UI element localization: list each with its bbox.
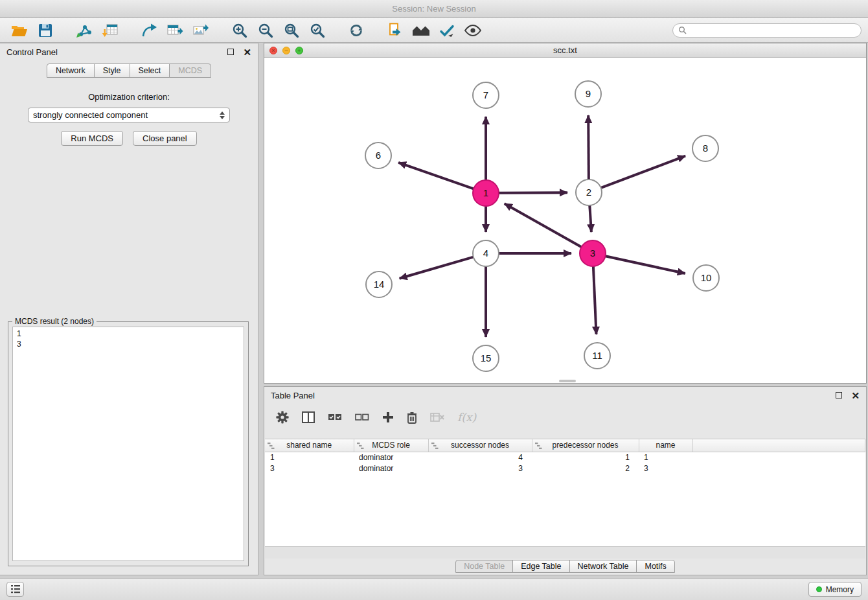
table-cell[interactable]: 1 (532, 452, 639, 463)
table-row[interactable]: 1dominator411 (265, 452, 865, 463)
column-header-name[interactable]: name (639, 439, 692, 452)
table-hscrollbar[interactable] (265, 546, 865, 559)
table-cell[interactable]: 2 (532, 463, 639, 474)
table-cell-filler (692, 463, 865, 474)
column-header-mcds-role[interactable]: MCDS role (354, 439, 428, 452)
tab-motifs[interactable]: Motifs (636, 560, 674, 573)
open-folder-icon (11, 23, 28, 38)
table-cell[interactable]: 4 (428, 452, 532, 463)
edge-2-9[interactable] (588, 115, 589, 179)
add-column-button[interactable] (382, 411, 394, 423)
close-table-panel-icon[interactable]: ✕ (851, 391, 860, 400)
close-panel-icon[interactable]: ✕ (243, 47, 251, 57)
edge-2-3[interactable] (589, 205, 591, 232)
delete-column-button[interactable] (407, 411, 417, 424)
table-cell[interactable]: 3 (428, 463, 532, 474)
zoom-out-button[interactable] (253, 21, 279, 40)
minimize-window-icon[interactable]: – (282, 47, 290, 54)
export-image-button[interactable] (188, 21, 214, 40)
memory-button[interactable]: Memory (808, 582, 862, 597)
tab-network[interactable]: Network (47, 63, 95, 78)
table-cell[interactable]: dominator (354, 452, 428, 463)
open-session-button[interactable] (6, 21, 32, 40)
column-visibility-button[interactable] (302, 411, 315, 423)
import-table-button[interactable] (97, 21, 123, 40)
select-all-button[interactable] (328, 412, 342, 422)
control-panel-tabs: Network Style Select MCDS (0, 63, 258, 78)
function-icon: f(x) (457, 411, 476, 424)
table-cell[interactable]: 1 (265, 452, 354, 463)
tab-edge-table[interactable]: Edge Table (512, 560, 569, 573)
edge-3-10[interactable] (606, 256, 685, 273)
column-sort-icon (535, 442, 542, 451)
refresh-icon (348, 23, 364, 38)
run-mcds-button[interactable]: Run MCDS (61, 131, 123, 146)
trash-icon (407, 411, 417, 424)
edge-3-1[interactable] (505, 203, 582, 247)
network-hscrollbar[interactable] (264, 379, 866, 383)
save-session-button[interactable] (32, 21, 58, 40)
eye-button[interactable] (460, 21, 486, 40)
function-builder-button[interactable]: f(x) (457, 411, 476, 424)
zoom-selected-button[interactable] (304, 21, 330, 40)
export-network-arrow-icon (141, 23, 157, 38)
control-panel-title: Control Panel (6, 47, 58, 57)
float-panel-icon[interactable] (227, 49, 234, 55)
table-cell[interactable]: 3 (265, 463, 354, 474)
column-header-predecessor-nodes[interactable]: predecessor nodes (532, 439, 639, 452)
float-table-panel-icon[interactable] (836, 392, 842, 398)
delete-table-icon (430, 412, 444, 422)
search-box[interactable] (672, 23, 862, 38)
table-header-row: shared name MCDS role successor nodes pr… (265, 439, 865, 452)
zoom-window-icon[interactable]: + (295, 47, 303, 54)
refresh-button[interactable] (343, 21, 369, 40)
tab-node-table[interactable]: Node Table (455, 560, 513, 573)
edge-2-8[interactable] (601, 156, 685, 188)
zoom-in-button[interactable] (227, 21, 253, 40)
table-settings-button[interactable] (276, 411, 289, 424)
column-header-successor-nodes[interactable]: successor nodes (428, 439, 532, 452)
tab-network-table[interactable]: Network Table (569, 560, 637, 573)
table-row[interactable]: 3dominator323 (265, 463, 865, 474)
edge-1-2[interactable] (499, 192, 567, 193)
export-network-button[interactable] (136, 21, 162, 40)
deselect-all-icon (355, 412, 369, 422)
import-network-icon (76, 23, 93, 38)
table-panel-header: Table Panel ✕ (264, 387, 866, 404)
tab-style[interactable]: Style (94, 63, 130, 78)
edge-1-6[interactable] (398, 163, 474, 189)
delete-table-button[interactable] (430, 412, 444, 422)
edge-3-11[interactable] (593, 266, 597, 334)
tab-mcds[interactable]: MCDS (169, 63, 211, 78)
table-cell[interactable]: dominator (354, 463, 428, 474)
eye-icon (464, 25, 481, 36)
network-canvas[interactable]: 7968124314101511 (264, 58, 866, 383)
close-panel-button[interactable]: Close panel (133, 131, 197, 146)
zoom-in-icon (232, 23, 247, 38)
window-titlebar: Session: New Session (0, 0, 868, 18)
tab-select[interactable]: Select (130, 63, 170, 78)
zoom-fit-button[interactable] (279, 21, 304, 40)
two-houses-button[interactable] (408, 21, 434, 40)
search-input[interactable] (690, 26, 856, 35)
node-label-4: 4 (483, 248, 488, 259)
close-window-icon[interactable]: × (269, 47, 277, 54)
deselect-all-button[interactable] (355, 412, 369, 422)
export-table-button[interactable] (162, 21, 188, 40)
document-share-button[interactable] (382, 21, 408, 40)
control-panel: Control Panel ✕ Network Style Select MCD… (0, 43, 258, 575)
column-header-shared-name[interactable]: shared name (265, 439, 354, 452)
criterion-dropdown[interactable]: strongly connected component (28, 108, 230, 122)
table-panel-title: Table Panel (271, 391, 315, 400)
import-network-button[interactable] (71, 21, 97, 40)
edge-4-14[interactable] (400, 257, 474, 279)
node-label-6: 6 (376, 150, 381, 161)
show-panels-button[interactable] (6, 582, 24, 597)
table-cell[interactable]: 3 (639, 463, 692, 474)
mcds-result-value: 1 (17, 329, 240, 339)
network-window-titlebar[interactable]: × – + scc.txt (264, 43, 866, 58)
list-icon (11, 585, 20, 594)
export-image-icon (192, 23, 209, 38)
style-check-button[interactable] (434, 21, 460, 40)
table-cell[interactable]: 1 (639, 452, 692, 463)
